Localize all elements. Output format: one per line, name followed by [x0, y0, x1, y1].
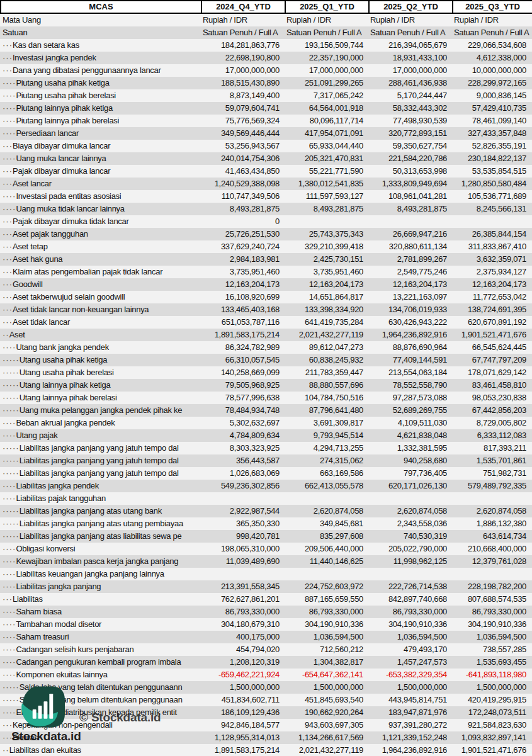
table-row: · · · · Persediaan lancar349,569,446,444…	[0, 127, 532, 140]
cell-value: 1,964,236,892,916	[368, 744, 452, 756]
row-label-cell: · · · · Komponen ekuitas lainnya	[0, 669, 201, 681]
row-label-cell: · · · Pajak dibayar dimuka tidak lancar	[0, 215, 201, 228]
cell-value: 1,500,000,000	[452, 681, 531, 694]
cell-value: 26,669,947,216	[368, 228, 452, 240]
row-label: Utang usaha pihak berelasi	[20, 368, 114, 377]
cell-value: 105,536,771,689	[452, 190, 531, 203]
row-label: Aset	[9, 330, 25, 339]
table-row: · · · · · Saldo laba yang telah ditentuk…	[0, 681, 532, 694]
cell-value: 18,931,433,100	[368, 52, 452, 64]
cell-value: 229,066,534,608	[452, 39, 531, 52]
table-row: · · · · · Liabilitas jangka panjang atas…	[0, 530, 532, 543]
table-row: · · · · Obligasi konversi198,065,310,000…	[0, 543, 532, 555]
cell-value	[368, 568, 452, 580]
cell-value: 67,442,856,203	[452, 404, 531, 417]
row-label-cell: · · · · Cadangan pengukuran kembali prog…	[0, 656, 201, 669]
column-header-2025-q1: 2025_Q1_YTD	[286, 1, 370, 13]
table-row: · · · Biaya dibayar dimuka lancar53,256,…	[0, 140, 532, 152]
cell-value: 172,248,073,511	[452, 706, 531, 719]
cell-value: 57,429,410,735	[452, 102, 531, 115]
cell-value: 110,747,349,506	[201, 190, 285, 203]
cell-value: 5,302,632,697	[201, 417, 285, 429]
cell-value: 80,096,117,714	[285, 115, 368, 127]
cell-value: 1,964,236,892,916	[368, 329, 452, 341]
row-indent-dots: · · · ·	[3, 569, 16, 578]
cell-value: 1,280,850,580,484	[452, 178, 531, 190]
table-row: · · · · Cadangan pengukuran kembali prog…	[0, 656, 532, 669]
table-row: · · · · Piutang lainnya pihak berelasi75…	[0, 115, 532, 127]
cell-value: 59,350,627,754	[368, 140, 452, 152]
cell-value: 78,484,934,748	[201, 404, 285, 417]
row-label: Komponen ekuitas lainnya	[16, 670, 107, 679]
table-row: · · · · Liabilitas pajak tangguhan	[0, 492, 532, 505]
cell-value	[452, 568, 531, 580]
cell-value: 251,091,299,265	[285, 77, 368, 89]
cell-value: 8,493,281,875	[368, 203, 452, 215]
row-label-cell: · · · · Liabilitas jangka panjang	[0, 580, 201, 593]
cell-value: 663,169,586	[285, 467, 368, 480]
cell-value: 9,793,945,514	[285, 429, 368, 442]
cell-value: 10,000,000,000	[452, 64, 531, 77]
cell-value: 1,036,594,500	[368, 631, 452, 643]
row-indent-dots: · · ·	[3, 217, 13, 226]
cell-value	[452, 215, 531, 228]
row-indent-dots: · · · ·	[3, 632, 16, 641]
cell-value: Satuan Penuh / Full A	[285, 26, 368, 39]
cell-value: 887,165,659,550	[285, 593, 368, 606]
table-row: · · · · Saham treasuri400,175,0001,036,5…	[0, 631, 532, 643]
cell-value: 64,564,001,918	[285, 102, 368, 115]
row-label: Aset tidak lancar non-keuangan lainnya	[13, 305, 149, 314]
row-indent-dots: · · ·	[3, 254, 13, 264]
cell-value: 1,535,693,455	[452, 656, 531, 669]
cell-value: 22,357,190,000	[285, 52, 368, 64]
cell-value: 178,071,629,142	[452, 366, 531, 379]
brand-watermark: Stockdata.id	[11, 730, 81, 743]
row-label-cell: · · · · · Utang lainnya pihak berelasi	[0, 392, 201, 404]
row-label-cell: · · · · Uang muka lancar lainnya	[0, 152, 201, 165]
cell-value: 41,463,434,850	[201, 165, 285, 178]
cell-value: 320,772,893,151	[368, 127, 452, 140]
table-row: · · · Aset hak guna2,984,183,9812,425,73…	[0, 253, 532, 266]
cell-value: 14,651,864,817	[285, 291, 368, 303]
cell-value: -659,462,221,924	[201, 669, 285, 681]
cell-value: 3,735,951,460	[201, 266, 285, 278]
cell-value: 77,409,144,591	[368, 354, 452, 366]
cell-value: 1,886,132,380	[452, 517, 531, 530]
row-label: Utang usaha pihak ketiga	[20, 355, 108, 364]
cell-value: 9,000,836,145	[452, 89, 531, 102]
cell-value: 1,240,529,388,098	[201, 178, 285, 190]
cell-value: 349,845,681	[285, 517, 368, 530]
row-indent-dots: · · · · ·	[3, 456, 20, 465]
table-row: · · · · · Liabilitas jangka panjang atas…	[0, 505, 532, 517]
row-label: Utang lainnya pihak berelasi	[20, 393, 117, 402]
cell-value: 1,128,955,314,013	[201, 731, 285, 744]
cell-value: 4,621,838,048	[368, 429, 452, 442]
cell-value: 98,053,230,838	[452, 392, 531, 404]
cell-value: 2,620,874,058	[452, 505, 531, 517]
cell-value: 13,221,163,097	[368, 291, 452, 303]
cell-value: 4,612,338,000	[452, 52, 531, 64]
table-row: · · · · Utang bank jangka pendek86,324,7…	[0, 341, 532, 354]
cell-value: 2,343,558,036	[368, 517, 452, 530]
row-indent-dots: · · · · ·	[3, 695, 20, 704]
cell-value: 79,505,968,925	[201, 379, 285, 392]
cell-value: 1,901,521,471,676	[452, 744, 531, 756]
row-indent-dots: · · · ·	[3, 619, 16, 629]
cell-value: 5,170,244,447	[368, 89, 452, 102]
cell-value: 1,332,381,595	[368, 442, 452, 454]
cell-value: 11,772,653,042	[452, 291, 531, 303]
row-label-cell: · · · · Piutang lainnya pihak ketiga	[0, 102, 201, 115]
table-row: · · Liabilitas dan ekuitas1,891,583,175,…	[0, 744, 532, 756]
row-label-cell: · · · Dana yang dibatasi penggunaannya l…	[0, 64, 201, 77]
table-row: · · · Aset tidak lancar non-keuangan lai…	[0, 303, 532, 316]
table-row: · · · · Kewajiban imbalan pasca kerja ja…	[0, 555, 532, 568]
cell-value: 205,321,470,831	[285, 152, 368, 165]
row-label: Liabilitas keuangan jangka panjang lainn…	[16, 569, 164, 578]
cell-value: 3,632,359,071	[452, 253, 531, 266]
cell-value: 65,933,044,440	[285, 140, 368, 152]
cell-value: 12,163,204,173	[201, 278, 285, 291]
cell-value: 88,880,557,696	[285, 379, 368, 392]
row-label-cell: · · · · · Utang lainnya pihak ketiga	[0, 379, 201, 392]
cell-value: 25,743,375,343	[285, 228, 368, 240]
row-indent-dots: · · ·	[3, 65, 13, 75]
